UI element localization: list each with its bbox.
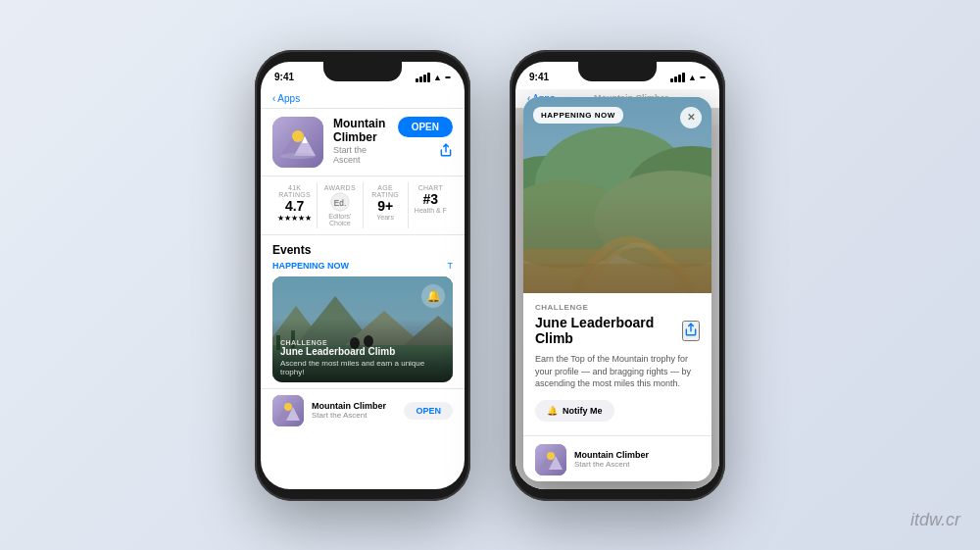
phone-2-screen: 9:41 ▲ ‹ Apps Mountain Climbe xyxy=(515,62,719,489)
app-row-name-1: Mountain Climber xyxy=(312,401,396,411)
awards-label: AWARDS xyxy=(318,184,362,191)
app-row-info-1: Mountain Climber Start the Ascent xyxy=(312,401,396,420)
signal-bar-5 xyxy=(670,78,673,82)
rating-block-awards: AWARDS Ed. Editors'Choice xyxy=(318,182,363,228)
popup-mini-mountain-icon xyxy=(535,444,566,475)
signal-bar-4 xyxy=(427,73,430,82)
notch-2 xyxy=(578,62,657,81)
svg-point-27 xyxy=(623,146,711,254)
ratings-label: 41K RATINGS xyxy=(272,184,317,198)
signal-bar-3 xyxy=(423,75,426,82)
age-label: AGE RATING xyxy=(364,184,408,198)
rating-block-chart: CHART #3 Health & F xyxy=(409,182,453,228)
happening-now-badge-2: HAPPENING NOW xyxy=(533,107,623,124)
popup-app-sub: Start the Ascent xyxy=(574,460,700,469)
chart-value: #3 xyxy=(409,191,453,208)
signal-bar-1 xyxy=(416,78,418,82)
event-name-1: June Leaderboard Climb xyxy=(280,346,445,358)
mini-app-icon-1 xyxy=(272,395,304,426)
battery-icon-2 xyxy=(700,76,706,78)
svg-marker-11 xyxy=(296,296,374,345)
share-icon-1 xyxy=(439,143,453,157)
app-row-sub-1: Start the Ascent xyxy=(312,411,396,420)
popup-app-name: Mountain Climber xyxy=(574,450,700,460)
battery-icon-1 xyxy=(445,76,451,78)
signal-bar-7 xyxy=(678,75,681,82)
notify-me-button[interactable]: 🔔 Notify Me xyxy=(535,400,614,422)
popup-title-row: June Leaderboard Climb xyxy=(535,315,700,348)
awards-sub: Editors'Choice xyxy=(318,213,362,226)
watermark: itdw.cr xyxy=(910,510,960,530)
event-info-1: CHALLENGE June Leaderboard Climb Ascend … xyxy=(280,339,445,376)
popup-share-icon xyxy=(684,323,698,336)
event-type-1: CHALLENGE xyxy=(280,339,445,346)
back-chevron-1: ‹ xyxy=(272,93,275,104)
svg-point-26 xyxy=(535,126,692,244)
svg-point-5 xyxy=(280,153,316,159)
app-icon-1 xyxy=(272,117,323,168)
svg-point-35 xyxy=(547,452,555,460)
rating-block-ratings: 41K RATINGS 4.7 ★★★★★ xyxy=(272,182,318,228)
popup-hero-image: HAPPENING NOW ✕ xyxy=(523,97,711,293)
event-card-1[interactable]: 🔔 CHALLENGE June Leaderboard Climb Ascen… xyxy=(272,276,453,382)
close-button-popup[interactable]: ✕ xyxy=(680,107,702,128)
svg-rect-30 xyxy=(523,249,711,293)
notch-1 xyxy=(323,62,402,81)
award-badge-icon: Ed. xyxy=(329,191,351,213)
status-time-2: 9:41 xyxy=(529,72,549,82)
wifi-icon-1: ▲ xyxy=(433,73,442,82)
app-row-bottom-1: Mountain Climber Start the Ascent OPEN xyxy=(261,388,465,432)
svg-rect-31 xyxy=(523,264,711,293)
happening-now-badge-1: HAPPENING NOW xyxy=(272,261,349,271)
back-button-1[interactable]: ‹ Apps xyxy=(272,93,300,104)
svg-point-29 xyxy=(594,171,711,269)
svg-point-21 xyxy=(284,403,292,411)
app-actions-1: OPEN xyxy=(398,117,453,160)
age-sub: Years xyxy=(364,214,408,221)
popup-app-row-info: Mountain Climber Start the Ascent xyxy=(574,450,700,469)
open-button-row-1[interactable]: OPEN xyxy=(404,402,453,420)
signal-bar-8 xyxy=(682,73,685,82)
status-time-1: 9:41 xyxy=(274,72,294,82)
ratings-value: 4.7 xyxy=(272,198,317,215)
mountain-climber-icon xyxy=(272,117,323,168)
app-info-1: Mountain Climber Start the Ascent xyxy=(333,117,388,165)
svg-point-25 xyxy=(523,156,604,254)
mini-mountain-icon xyxy=(272,395,304,426)
app-header-1: Mountain Climber Start the Ascent OPEN xyxy=(261,109,465,175)
chart-sub: Health & F xyxy=(409,207,453,214)
popup-app-row: Mountain Climber Start the Ascent xyxy=(523,435,711,481)
event-bell-icon-1[interactable]: 🔔 xyxy=(421,284,445,308)
app-name-1: Mountain Climber xyxy=(333,117,388,144)
svg-text:Ed.: Ed. xyxy=(334,198,346,207)
chart-label: CHART xyxy=(409,184,453,191)
awards-icon: Ed. xyxy=(318,191,362,213)
popup-card: HAPPENING NOW ✕ CHALLENGE June Leaderboa… xyxy=(523,97,711,481)
popup-share-button[interactable] xyxy=(682,321,700,341)
events-title-1: Events xyxy=(272,243,453,257)
phone-2: 9:41 ▲ ‹ Apps Mountain Climbe xyxy=(510,50,725,501)
popup-mini-icon xyxy=(535,444,566,475)
signal-bar-2 xyxy=(419,76,422,82)
event-desc-1: Ascend the most miles and earn a unique … xyxy=(280,359,445,376)
status-icons-1: ▲ xyxy=(416,73,451,82)
ratings-stars: ★★★★★ xyxy=(272,214,317,223)
svg-point-1 xyxy=(292,130,304,142)
ratings-row-1: 41K RATINGS 4.7 ★★★★★ AWARDS Ed. Editors… xyxy=(261,175,465,235)
phone-1-screen: 9:41 ▲ ‹ Apps xyxy=(261,62,465,489)
svg-point-28 xyxy=(523,180,633,269)
screen-content-1: ‹ Apps xyxy=(261,89,465,489)
share-button-1[interactable] xyxy=(439,143,453,160)
events-header-1: HAPPENING NOW T xyxy=(272,261,453,271)
status-icons-2: ▲ xyxy=(670,73,706,82)
events-section-1: Events HAPPENING NOW T xyxy=(261,235,465,382)
open-button-1[interactable]: OPEN xyxy=(398,117,453,137)
nav-bar-1: ‹ Apps xyxy=(261,89,465,109)
see-all-button-1[interactable]: T xyxy=(448,261,454,271)
phone-2-content: ‹ Apps Mountain Climber Mountain Climber xyxy=(515,89,719,489)
signal-bars-1 xyxy=(416,73,430,82)
notify-label: Notify Me xyxy=(563,406,603,416)
phone-1: 9:41 ▲ ‹ Apps xyxy=(255,50,470,501)
signal-bars-2 xyxy=(670,73,685,82)
popup-challenge-label: CHALLENGE xyxy=(535,303,700,312)
